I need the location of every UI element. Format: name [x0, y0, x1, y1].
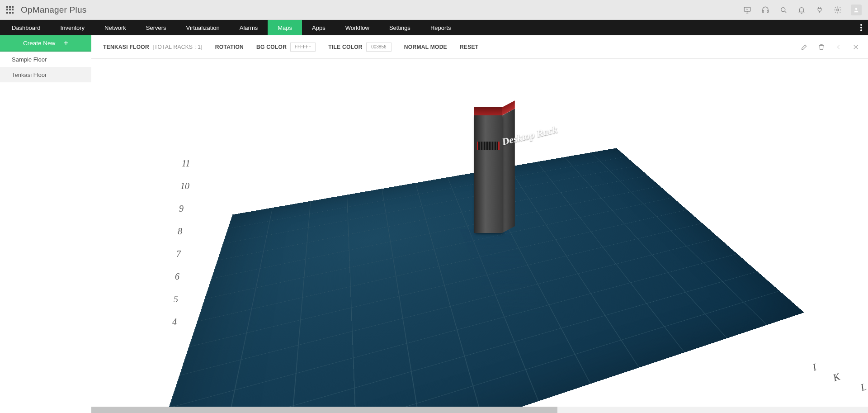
tile-color-input[interactable]: 003856: [366, 43, 392, 52]
search-icon[interactable]: [778, 5, 788, 15]
create-new-label: Create New: [23, 40, 55, 47]
nav-more-icon[interactable]: [854, 20, 868, 35]
nav-item-reports[interactable]: Reports: [420, 20, 461, 35]
svg-point-6: [860, 24, 862, 26]
floor-3d-view[interactable]: Desktop Rack 1110987654 IKL: [91, 59, 868, 413]
col-axis-labels: IKL: [799, 381, 866, 393]
create-new-button[interactable]: Create New +: [0, 35, 91, 52]
reset-button[interactable]: RESET: [460, 44, 479, 50]
svg-point-8: [860, 29, 862, 31]
svg-rect-2: [767, 10, 769, 12]
gear-icon[interactable]: [833, 5, 843, 15]
nav-item-dashboard[interactable]: Dashboard: [2, 20, 51, 35]
nav-item-virtualization[interactable]: Virtualization: [176, 20, 230, 35]
chevron-left-icon[interactable]: [835, 43, 843, 51]
normal-mode-button[interactable]: NORMAL MODE: [404, 44, 447, 50]
apps-grid-icon[interactable]: [6, 6, 14, 14]
presentation-icon[interactable]: [742, 5, 752, 15]
nav-item-servers[interactable]: Servers: [136, 20, 176, 35]
bell-icon[interactable]: [797, 5, 807, 15]
user-avatar[interactable]: [851, 5, 862, 15]
bg-color-input[interactable]: FFFFFF: [290, 43, 316, 52]
svg-point-7: [860, 27, 862, 28]
plus-icon: +: [63, 39, 68, 47]
nav-item-workflow[interactable]: Workflow: [335, 20, 379, 35]
sidebar-item-tenkasi-floor[interactable]: Tenkasi Floor: [0, 67, 91, 82]
floor-grid: [125, 148, 804, 413]
brand-title: OpManager Plus: [21, 5, 86, 15]
nav-item-inventory[interactable]: Inventory: [51, 20, 94, 35]
svg-rect-1: [762, 10, 764, 12]
rotation-button[interactable]: ROTATION: [215, 44, 244, 50]
headset-icon[interactable]: [760, 5, 770, 15]
horizontal-scrollbar[interactable]: [91, 407, 868, 413]
rack-desktop-rack[interactable]: Desktop Rack: [474, 115, 506, 242]
plug-icon[interactable]: [815, 5, 825, 15]
trash-icon[interactable]: [817, 43, 826, 51]
nav-item-network[interactable]: Network: [94, 20, 136, 35]
edit-icon[interactable]: [800, 43, 808, 51]
sidebar-item-sample-floor[interactable]: Sample Floor: [0, 52, 91, 67]
nav-item-maps[interactable]: Maps: [268, 20, 302, 35]
nav-item-settings[interactable]: Settings: [379, 20, 420, 35]
bg-color-label: BG COLOR: [256, 44, 287, 50]
svg-point-3: [781, 7, 785, 11]
svg-point-4: [837, 9, 839, 11]
tile-color-label: TILE COLOR: [328, 44, 363, 50]
nav-item-apps[interactable]: Apps: [302, 20, 335, 35]
floor-title: TENKASI FLOOR [TOTAL RACKS : 1]: [103, 44, 203, 50]
nav-item-alarms[interactable]: Alarms: [230, 20, 268, 35]
svg-point-5: [855, 8, 858, 10]
close-icon[interactable]: [852, 43, 860, 51]
